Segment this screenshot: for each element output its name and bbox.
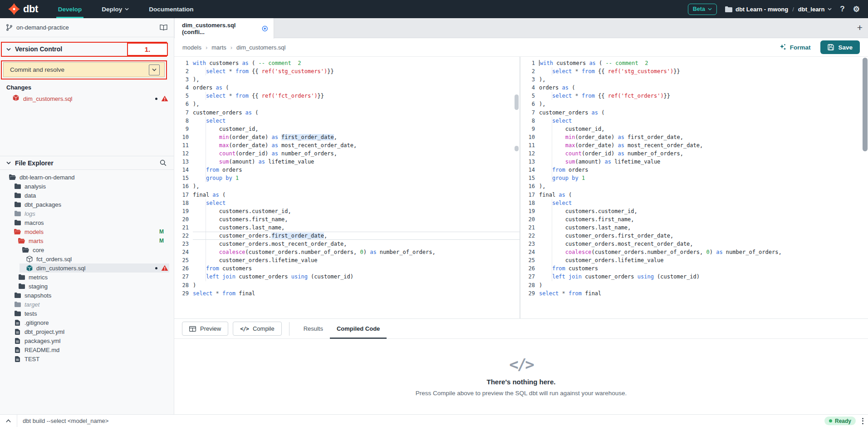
code-line[interactable]: 25 customer_orders.lifetime_value: [520, 256, 868, 264]
beta-dropdown[interactable]: Beta: [688, 4, 717, 15]
code-line[interactable]: 12 count(order_id) as number_of_orders,: [174, 149, 520, 158]
git-branch-row[interactable]: on-demand-practice: [0, 18, 174, 37]
code-line[interactable]: 28): [520, 281, 868, 289]
tree-item-logs[interactable]: logs: [0, 209, 174, 218]
code-line[interactable]: 26 from customers: [520, 264, 868, 273]
code-pane-right[interactable]: 1with customers as ( -- comment 22 selec…: [520, 57, 868, 318]
code-line[interactable]: 20 customers.first_name,: [520, 215, 868, 223]
tree-item-tests[interactable]: tests: [0, 309, 174, 318]
tree-item-test[interactable]: TEST: [0, 354, 174, 363]
code-line[interactable]: 25 customer_orders.lifetime_value: [174, 256, 520, 264]
code-line[interactable]: 16),: [174, 182, 520, 190]
tree-item-macros[interactable]: macros: [0, 218, 174, 227]
code-line[interactable]: 13 sum(amount) as lifetime_value: [520, 158, 868, 166]
tree-item-dbt-project-yml[interactable]: dbt_project.yml: [0, 327, 174, 336]
changed-file-row[interactable]: dim_customers.sql: [0, 93, 174, 104]
code-pane-left[interactable]: 1with customers as ( -- comment 22 selec…: [174, 57, 520, 318]
breadcrumb-item[interactable]: models: [182, 44, 201, 51]
tree-item--gitignore[interactable]: .gitignore: [0, 318, 174, 327]
code-line[interactable]: 1with customers as ( -- comment 2: [174, 59, 520, 67]
code-line[interactable]: 15 group by 1: [174, 174, 520, 182]
tree-item-dbt-packages[interactable]: dbt_packages: [0, 200, 174, 209]
tree-item-dbt-learn-on-demand[interactable]: dbt-learn-on-demand: [0, 173, 174, 182]
preview-button[interactable]: Preview: [182, 322, 228, 336]
modified-dot-icon[interactable]: [262, 25, 268, 32]
code-line[interactable]: 5 select * from {{ ref('fct_orders')}}: [174, 92, 520, 100]
breadcrumb-item[interactable]: marts: [211, 44, 226, 51]
tree-item-metrics[interactable]: metrics: [0, 273, 174, 282]
new-tab-plus-icon[interactable]: +: [857, 22, 863, 33]
code-line[interactable]: 4orders as (: [174, 84, 520, 92]
scrollbar-thumb[interactable]: [863, 58, 868, 151]
help-icon[interactable]: ?: [840, 5, 844, 14]
code-line[interactable]: 19 customers.customer_id,: [174, 207, 520, 215]
code-line[interactable]: 11 max(order_date) as most_recent_order_…: [520, 141, 868, 149]
code-line[interactable]: 17final as (: [520, 191, 868, 199]
code-line[interactable]: 6),: [174, 100, 520, 108]
code-line[interactable]: 16),: [520, 182, 868, 190]
tree-item-staging[interactable]: staging: [0, 282, 174, 291]
code-line[interactable]: 2 select * from {{ ref('stg_customers')}…: [520, 67, 868, 75]
code-line[interactable]: 9 customer_id,: [520, 125, 868, 133]
code-line[interactable]: 8 select: [174, 117, 520, 125]
code-line[interactable]: 3),: [520, 75, 868, 84]
code-line[interactable]: 12 count(order_id) as number_of_orders,: [520, 149, 868, 158]
tree-item-fct-orders-sql[interactable]: fct_orders.sql: [0, 254, 174, 263]
tab-results[interactable]: Results: [297, 319, 330, 338]
code-line[interactable]: 11 max(order_date) as most_recent_order_…: [174, 141, 520, 149]
code-line[interactable]: 1with customers as ( -- comment 2: [520, 59, 868, 67]
code-line[interactable]: 10 min(order_date) as first_order_date,: [520, 133, 868, 141]
file-explorer-header[interactable]: File Explorer: [0, 156, 174, 170]
chevron-up-icon[interactable]: [0, 419, 17, 423]
code-line[interactable]: 23 customer_orders.most_recent_order_dat…: [520, 240, 868, 248]
tree-item-packages-yml[interactable]: packages.yml: [0, 336, 174, 345]
code-line[interactable]: 22 customer_orders.first_order_date,: [174, 232, 520, 240]
code-line[interactable]: 5 select * from {{ ref('fct_orders')}}: [520, 92, 868, 100]
account-breadcrumb[interactable]: dbt Learn - mwong / dbt_learn: [725, 6, 832, 13]
code-line[interactable]: 2 select * from {{ ref('stg_customers')}…: [174, 67, 520, 75]
scrollbar-thumb[interactable]: [515, 94, 519, 110]
code-line[interactable]: 19 customers.customer_id,: [520, 207, 868, 215]
code-line[interactable]: 24 coalesce(customer_orders.number_of_or…: [174, 248, 520, 256]
search-icon[interactable]: [160, 159, 167, 166]
code-line[interactable]: 18 select: [174, 199, 520, 207]
tab-dim-customers[interactable]: dim_customers.sql (confli...: [175, 18, 274, 39]
code-line[interactable]: 7customer_orders as (: [520, 109, 868, 117]
tree-item-core[interactable]: core: [0, 245, 174, 254]
tree-item-marts[interactable]: martsM: [0, 236, 174, 245]
code-line[interactable]: 13 sum(amount) as lifetime_value: [174, 158, 520, 166]
dbt-command-input[interactable]: dbt build --select <model_name>: [17, 417, 824, 424]
docs-book-icon[interactable]: [160, 25, 167, 30]
code-line[interactable]: 4orders as (: [520, 84, 868, 92]
code-line[interactable]: 29select * from final: [520, 289, 868, 298]
tab-compiled-code[interactable]: Compiled Code: [330, 319, 387, 338]
code-line[interactable]: 7customer_orders as (: [174, 109, 520, 117]
code-line[interactable]: 24 coalesce(customer_orders.number_of_or…: [520, 248, 868, 256]
nav-item-documentation[interactable]: Documentation: [141, 0, 201, 18]
code-line[interactable]: 23 customer_orders.most_recent_order_dat…: [174, 240, 520, 248]
nav-item-deploy[interactable]: Deploy: [93, 0, 137, 18]
code-line[interactable]: 26 from customers: [174, 264, 520, 273]
code-line[interactable]: 6),: [520, 100, 868, 108]
code-line[interactable]: 22 customer_orders.first_order_date,: [520, 232, 868, 240]
version-control-header[interactable]: Version Control: [6, 45, 62, 53]
code-line[interactable]: 14 from orders: [520, 166, 868, 174]
kebab-menu-icon[interactable]: [862, 418, 868, 424]
code-line[interactable]: 27 left join customer_orders using (cust…: [520, 273, 868, 281]
tree-item-data[interactable]: data: [0, 191, 174, 200]
code-line[interactable]: 29select * from final: [174, 289, 520, 298]
code-line[interactable]: 9 customer_id,: [174, 125, 520, 133]
tree-item-target[interactable]: target: [0, 300, 174, 309]
tree-item-dim-customers-sql[interactable]: dim_customers.sql: [0, 263, 174, 273]
commit-dropdown-toggle[interactable]: [149, 65, 160, 75]
code-line[interactable]: 10 min(order_date) as first_order_date,: [174, 133, 520, 141]
code-line[interactable]: 3),: [174, 75, 520, 84]
tree-item-snapshots[interactable]: snapshots: [0, 291, 174, 300]
settings-gear-icon[interactable]: ⚙: [853, 5, 860, 14]
code-line[interactable]: 28): [174, 281, 520, 289]
tree-item-analysis[interactable]: analysis: [0, 182, 174, 191]
code-line[interactable]: 20 customers.first_name,: [174, 215, 520, 223]
dbt-logo[interactable]: dbt: [0, 3, 50, 15]
breadcrumb-item[interactable]: dim_customers.sql: [236, 44, 285, 51]
commit-and-resolve-button[interactable]: Commit and resolve: [3, 62, 165, 77]
